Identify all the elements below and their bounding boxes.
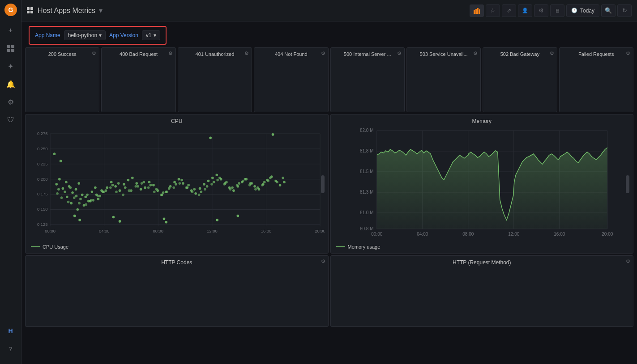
panel-200-success: ⚙ 200 Success xyxy=(25,47,99,112)
svg-point-67 xyxy=(119,189,121,192)
svg-point-105 xyxy=(279,184,282,186)
svg-point-130 xyxy=(200,190,203,193)
panel-503-unavailable: ⚙ 503 Service Unavail... xyxy=(406,47,481,112)
panel-title-500: 500 Internal Server ... xyxy=(344,51,391,57)
svg-text:81.5 Mi: 81.5 Mi xyxy=(359,169,374,174)
panel-gear-500[interactable]: ⚙ xyxy=(397,51,402,56)
svg-point-122 xyxy=(150,184,152,186)
panel-gear-failed[interactable]: ⚙ xyxy=(626,51,630,56)
title-dropdown-arrow[interactable]: ▾ xyxy=(99,6,103,15)
svg-point-40 xyxy=(55,183,58,186)
svg-point-171 xyxy=(223,183,226,186)
sidebar-bottom: H ? xyxy=(3,322,19,361)
svg-text:12:00: 12:00 xyxy=(508,232,519,237)
svg-point-143 xyxy=(282,177,284,179)
time-range-button[interactable]: 🕐 Today xyxy=(566,4,599,17)
search-button[interactable]: 🔍 xyxy=(601,4,616,17)
svg-point-172 xyxy=(229,188,232,190)
panel-gear-502[interactable]: ⚙ xyxy=(550,51,554,56)
svg-point-139 xyxy=(257,186,259,189)
dashboards-icon[interactable] xyxy=(3,40,19,56)
svg-point-55 xyxy=(53,152,56,155)
cpu-scatter-chart: 0.275 0.250 0.225 0.200 0.175 0.150 0.12… xyxy=(29,126,325,242)
svg-point-49 xyxy=(84,195,87,198)
memory-scrollbar[interactable] xyxy=(626,126,629,242)
explore-icon[interactable]: ✦ xyxy=(3,58,19,74)
panel-gear-200[interactable]: ⚙ xyxy=(92,51,96,56)
monitor-button[interactable]: 🖥 xyxy=(550,4,564,17)
svg-point-129 xyxy=(193,188,196,190)
svg-rect-4 xyxy=(7,49,10,52)
svg-point-188 xyxy=(237,215,239,217)
panel-500-server-error: ⚙ 500 Internal Server ... xyxy=(330,47,405,112)
configuration-icon[interactable]: ⚙ xyxy=(3,94,19,110)
server-admin-icon[interactable]: 🛡 xyxy=(3,112,19,128)
refresh-button[interactable]: ↻ xyxy=(617,4,632,17)
http-codes-gear-icon[interactable]: ⚙ xyxy=(321,258,325,264)
svg-point-48 xyxy=(81,194,84,196)
panel-title-400: 400 Bad Request xyxy=(120,51,158,57)
app-name-dropdown[interactable]: hello-python ▾ xyxy=(64,30,106,40)
svg-point-75 xyxy=(152,184,155,186)
settings-button[interactable]: ⚙ xyxy=(534,4,548,17)
chart-bar-button[interactable] xyxy=(470,4,484,17)
svg-text:81.8 Mi: 81.8 Mi xyxy=(359,148,374,153)
svg-point-184 xyxy=(119,220,121,223)
svg-point-41 xyxy=(58,178,61,181)
http-method-title: HTTP (Request Method) xyxy=(334,259,630,266)
topbar: Host Apps Metrics ▾ ☆ ⇗ 👤 ⚙ 🖥 🕐 Today 🔍 … xyxy=(21,0,637,21)
today-label: Today xyxy=(580,8,594,14)
svg-point-181 xyxy=(73,215,76,217)
svg-rect-13 xyxy=(479,9,480,14)
svg-point-158 xyxy=(141,182,143,185)
charts-row: CPU xyxy=(25,114,633,254)
svg-point-128 xyxy=(187,184,190,186)
svg-point-86 xyxy=(199,187,201,190)
svg-point-106 xyxy=(283,181,286,183)
http-method-gear-icon[interactable]: ⚙ xyxy=(626,258,630,264)
help-icon[interactable]: ? xyxy=(3,341,19,357)
http-codes-title: HTTP Codes xyxy=(29,259,325,266)
panel-gear-404[interactable]: ⚙ xyxy=(321,51,325,56)
svg-rect-6 xyxy=(27,7,30,10)
alerting-icon[interactable]: 🔔 xyxy=(3,76,19,92)
svg-point-112 xyxy=(86,194,89,196)
svg-point-116 xyxy=(111,184,114,186)
memory-chart-title: Memory xyxy=(334,118,630,124)
svg-point-81 xyxy=(178,178,180,181)
cpu-legend: CPU Usage xyxy=(29,244,325,250)
svg-text:82.0 Mi: 82.0 Mi xyxy=(359,128,374,133)
view-button[interactable]: 👤 xyxy=(518,4,532,17)
share-button[interactable]: ⇗ xyxy=(502,4,516,17)
app-name-label: App Name xyxy=(35,32,60,38)
svg-point-137 xyxy=(244,178,247,181)
svg-text:08:00: 08:00 xyxy=(153,229,164,233)
svg-point-79 xyxy=(169,185,172,188)
grid-icon xyxy=(27,7,34,14)
panel-title-503: 503 Service Unavail... xyxy=(420,51,468,57)
svg-point-178 xyxy=(267,180,269,182)
svg-point-125 xyxy=(168,187,171,190)
dashboard-title: Host Apps Metrics xyxy=(38,7,95,15)
svg-point-159 xyxy=(147,186,150,189)
panel-gear-400[interactable]: ⚙ xyxy=(168,51,173,56)
dashboard-title-area: Host Apps Metrics ▾ xyxy=(27,6,103,15)
panel-401-unauthorized: ⚙ 401 Unauthorized xyxy=(178,47,252,112)
add-panel-icon[interactable]: + xyxy=(3,22,19,38)
star-button[interactable]: ☆ xyxy=(486,4,500,17)
app-version-dropdown[interactable]: v1 ▾ xyxy=(142,30,160,40)
memory-line-chart: 82.0 Mi 81.8 Mi 81.5 Mi 81.3 Mi 81.0 Mi … xyxy=(334,126,630,242)
svg-point-160 xyxy=(153,190,156,193)
svg-text:81.3 Mi: 81.3 Mi xyxy=(359,190,374,195)
svg-point-74 xyxy=(148,181,151,183)
panel-gear-401[interactable]: ⚙ xyxy=(244,51,249,56)
svg-point-88 xyxy=(207,180,210,182)
svg-point-183 xyxy=(112,216,115,219)
cpu-scrollbar[interactable] xyxy=(321,126,325,242)
app-logo[interactable]: G xyxy=(4,3,18,17)
hafh-plugin-icon[interactable]: H xyxy=(3,323,19,339)
panel-gear-503[interactable]: ⚙ xyxy=(473,51,478,56)
svg-point-109 xyxy=(69,186,72,189)
svg-point-45 xyxy=(71,191,74,194)
memory-legend-line xyxy=(336,246,345,247)
